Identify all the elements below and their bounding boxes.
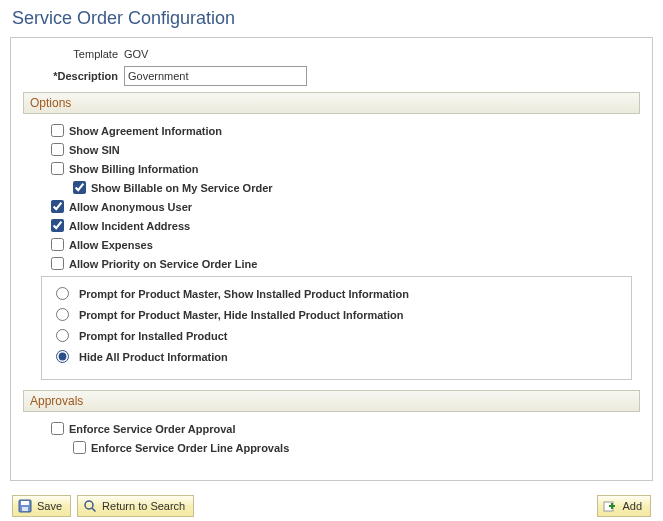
- return-to-search-label: Return to Search: [102, 500, 185, 512]
- allow-priority-line-checkbox[interactable]: [51, 257, 64, 270]
- allow-expenses-label: Allow Expenses: [69, 239, 153, 251]
- description-input[interactable]: [124, 66, 307, 86]
- allow-expenses-checkbox[interactable]: [51, 238, 64, 251]
- add-icon: [603, 499, 617, 513]
- show-billing-label: Show Billing Information: [69, 163, 199, 175]
- allow-priority-line-label: Allow Priority on Service Order Line: [69, 258, 257, 270]
- enforce-so-line-checkbox[interactable]: [73, 441, 86, 454]
- svg-rect-2: [22, 507, 28, 511]
- save-icon: [18, 499, 32, 513]
- radio-prompt-installed[interactable]: [56, 329, 69, 342]
- show-billable-my-so-label: Show Billable on My Service Order: [91, 182, 273, 194]
- search-icon: [83, 499, 97, 513]
- save-button[interactable]: Save: [12, 495, 71, 517]
- allow-anon-label: Allow Anonymous User: [69, 201, 192, 213]
- svg-point-3: [85, 501, 93, 509]
- approvals-body: Enforce Service Order Approval Enforce S…: [23, 412, 640, 468]
- options-header: Options: [23, 92, 640, 114]
- radio-show-installed[interactable]: [56, 287, 69, 300]
- template-label: Template: [23, 48, 118, 60]
- radio-hide-all[interactable]: [56, 350, 69, 363]
- enforce-so-line-label: Enforce Service Order Line Approvals: [91, 442, 289, 454]
- approvals-header: Approvals: [23, 390, 640, 412]
- allow-incident-addr-checkbox[interactable]: [51, 219, 64, 232]
- show-sin-checkbox[interactable]: [51, 143, 64, 156]
- radio-prompt-installed-label: Prompt for Installed Product: [79, 330, 228, 342]
- allow-anon-checkbox[interactable]: [51, 200, 64, 213]
- show-billing-checkbox[interactable]: [51, 162, 64, 175]
- show-sin-label: Show SIN: [69, 144, 120, 156]
- show-agreement-checkbox[interactable]: [51, 124, 64, 137]
- svg-rect-1: [21, 501, 29, 505]
- add-button[interactable]: Add: [597, 495, 651, 517]
- radio-hide-installed[interactable]: [56, 308, 69, 321]
- show-billable-my-so-checkbox[interactable]: [73, 181, 86, 194]
- svg-line-4: [92, 508, 96, 512]
- radio-show-installed-label: Prompt for Product Master, Show Installe…: [79, 288, 409, 300]
- show-agreement-label: Show Agreement Information: [69, 125, 222, 137]
- template-value: GOV: [124, 48, 640, 60]
- radio-hide-all-label: Hide All Product Information: [79, 351, 228, 363]
- save-button-label: Save: [37, 500, 62, 512]
- product-info-group: Prompt for Product Master, Show Installe…: [41, 276, 632, 380]
- options-body: Show Agreement Information Show SIN Show…: [23, 114, 640, 388]
- radio-hide-installed-label: Prompt for Product Master, Hide Installe…: [79, 309, 404, 321]
- action-bar: Save Return to Search Add: [10, 495, 653, 517]
- description-label: *Description: [23, 70, 118, 82]
- enforce-so-label: Enforce Service Order Approval: [69, 423, 236, 435]
- add-button-label: Add: [622, 500, 642, 512]
- enforce-so-checkbox[interactable]: [51, 422, 64, 435]
- config-panel: Template GOV *Description Options Show A…: [10, 37, 653, 481]
- return-to-search-button[interactable]: Return to Search: [77, 495, 194, 517]
- page-title: Service Order Configuration: [12, 8, 653, 29]
- allow-incident-addr-label: Allow Incident Address: [69, 220, 190, 232]
